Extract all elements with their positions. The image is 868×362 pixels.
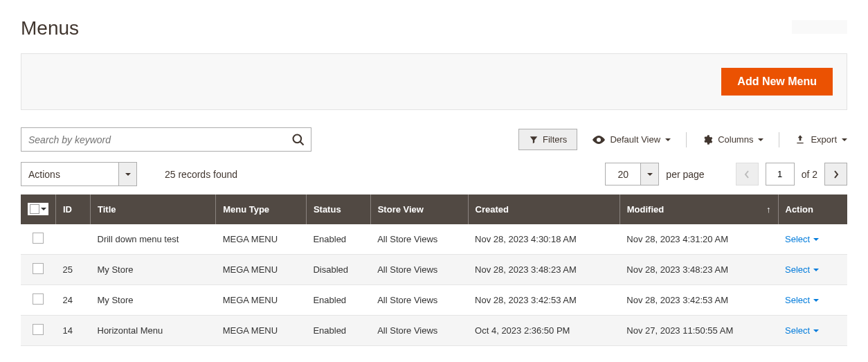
chevron-down-icon xyxy=(813,329,819,332)
divider xyxy=(686,132,687,147)
row-checkbox[interactable] xyxy=(33,293,44,305)
column-header-modified[interactable]: Modified ↑ xyxy=(620,194,778,224)
cell-store-view: All Store Views xyxy=(370,255,468,285)
next-page-button[interactable] xyxy=(824,163,847,185)
cell-created: Nov 28, 2023 4:30:18 AM xyxy=(468,224,620,255)
records-found-text: 25 records found xyxy=(165,169,237,180)
cell-created: Oct 4, 2023 2:36:50 PM xyxy=(468,316,620,346)
actions-toggle[interactable] xyxy=(118,163,136,185)
cell-modified: Nov 28, 2023 3:48:23 AM xyxy=(620,255,778,285)
row-action-select[interactable]: Select xyxy=(785,325,819,336)
table-row: 14Horizontal MenuMEGA MENUEnabledAll Sto… xyxy=(21,316,847,346)
cell-status: Enabled xyxy=(306,224,370,255)
cell-modified: Nov 27, 2023 11:50:55 AM xyxy=(620,316,778,346)
row-action-select[interactable]: Select xyxy=(785,234,819,244)
action-toolbar: Add New Menu xyxy=(21,53,847,110)
gear-icon xyxy=(702,134,713,145)
cell-modified: Nov 28, 2023 3:42:53 AM xyxy=(620,285,778,316)
table-row: 24My StoreMEGA MENUEnabledAll Store View… xyxy=(21,285,847,316)
default-view-label: Default View xyxy=(610,134,660,145)
svg-point-0 xyxy=(293,135,302,143)
chevron-down-icon xyxy=(813,238,819,241)
cell-menu-type: MEGA MENU xyxy=(216,224,307,255)
default-view-button[interactable]: Default View xyxy=(593,134,671,145)
chevron-down-icon xyxy=(647,173,653,176)
filters-button[interactable]: Filters xyxy=(518,129,577,150)
sort-asc-icon: ↑ xyxy=(766,204,771,215)
column-header-created[interactable]: Created xyxy=(468,194,620,224)
cell-title: My Store xyxy=(91,285,216,316)
checkbox-icon xyxy=(30,204,39,214)
chevron-down-icon xyxy=(813,299,819,302)
chevron-down-icon xyxy=(758,138,763,141)
per-page-value: 20 xyxy=(606,163,640,185)
per-page-toggle[interactable] xyxy=(640,163,658,185)
menus-table: ID Title Menu Type Status Store View Cre… xyxy=(21,194,847,346)
cell-created: Nov 28, 2023 3:42:53 AM xyxy=(468,285,620,316)
chevron-down-icon xyxy=(41,208,46,210)
add-new-menu-button[interactable]: Add New Menu xyxy=(721,68,833,96)
search-icon[interactable] xyxy=(291,133,305,147)
column-header-id[interactable]: ID xyxy=(56,194,91,224)
row-checkbox[interactable] xyxy=(33,263,44,274)
chevron-down-icon xyxy=(813,269,819,271)
column-header-status[interactable]: Status xyxy=(306,194,370,224)
actions-label: Actions xyxy=(21,163,118,185)
chevron-down-icon xyxy=(665,138,671,141)
cell-title: My Store xyxy=(91,255,216,285)
search-container xyxy=(21,127,311,152)
cell-id: 14 xyxy=(56,316,91,346)
cell-menu-type: MEGA MENU xyxy=(216,255,307,285)
columns-label: Columns xyxy=(718,134,753,145)
cell-id: 25 xyxy=(56,255,91,285)
cell-store-view: All Store Views xyxy=(370,224,468,255)
cell-created: Nov 28, 2023 3:48:23 AM xyxy=(468,255,620,285)
column-header-action: Action xyxy=(778,194,847,224)
cell-menu-type: MEGA MENU xyxy=(216,316,307,346)
header-checkbox-cell[interactable] xyxy=(21,194,56,224)
cell-title: Horizontal Menu xyxy=(91,316,216,346)
prev-page-button[interactable] xyxy=(736,163,759,185)
svg-line-1 xyxy=(300,142,304,145)
cell-id: 24 xyxy=(56,285,91,316)
chevron-down-icon xyxy=(842,138,847,141)
cell-modified: Nov 28, 2023 4:31:20 AM xyxy=(620,224,778,255)
table-row: Drill down menu testMEGA MENUEnabledAll … xyxy=(21,224,847,255)
eye-icon xyxy=(593,135,605,145)
row-checkbox[interactable] xyxy=(33,324,44,335)
cell-status: Disabled xyxy=(306,255,370,285)
chevron-down-icon xyxy=(125,173,131,176)
cell-store-view: All Store Views xyxy=(370,285,468,316)
cell-menu-type: MEGA MENU xyxy=(216,285,307,316)
column-header-modified-label: Modified xyxy=(627,204,664,215)
search-input[interactable] xyxy=(21,128,311,151)
total-pages-text: of 2 xyxy=(802,169,817,180)
current-page-input[interactable] xyxy=(766,163,795,185)
columns-button[interactable]: Columns xyxy=(702,134,763,145)
cell-status: Enabled xyxy=(306,285,370,316)
cell-title: Drill down menu test xyxy=(91,224,216,255)
export-button[interactable]: Export xyxy=(795,134,847,145)
cell-id xyxy=(56,224,91,255)
column-header-menu-type[interactable]: Menu Type xyxy=(216,194,307,224)
per-page-dropdown[interactable]: 20 xyxy=(605,163,659,185)
user-block xyxy=(792,20,847,34)
cell-store-view: All Store Views xyxy=(370,316,468,346)
per-page-label: per page xyxy=(666,169,704,180)
export-icon xyxy=(795,134,806,145)
row-action-select[interactable]: Select xyxy=(785,295,819,305)
actions-dropdown[interactable]: Actions xyxy=(21,162,137,186)
column-header-title[interactable]: Title xyxy=(91,194,216,224)
export-label: Export xyxy=(811,134,837,145)
page-title: Menus xyxy=(21,17,79,39)
cell-status: Enabled xyxy=(306,316,370,346)
funnel-icon xyxy=(529,135,539,145)
row-checkbox[interactable] xyxy=(33,233,44,244)
table-row: 25My StoreMEGA MENUDisabledAll Store Vie… xyxy=(21,255,847,285)
divider xyxy=(779,132,779,147)
column-header-store-view[interactable]: Store View xyxy=(370,194,468,224)
row-action-select[interactable]: Select xyxy=(785,264,819,275)
filters-label: Filters xyxy=(543,134,567,145)
